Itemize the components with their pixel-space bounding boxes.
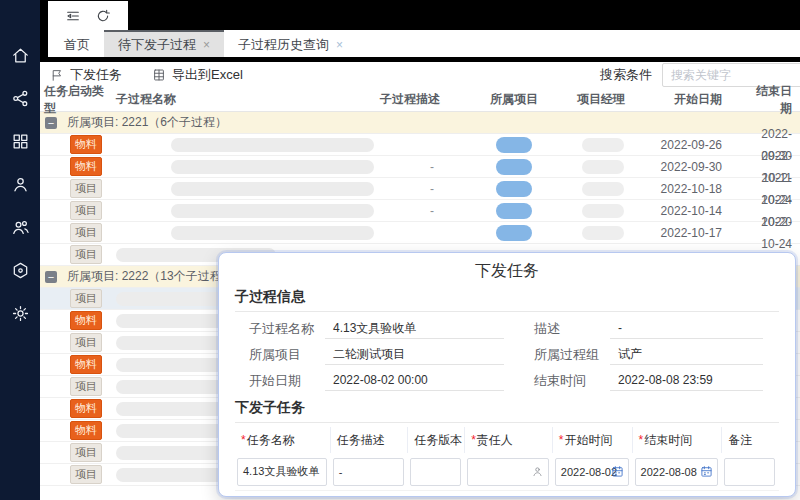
subtask-column-label: 备注 [728, 432, 752, 449]
field-label: 所属项目 [249, 346, 325, 364]
export-excel-button[interactable]: 导出到Excel [152, 66, 243, 84]
input-value: 4.13文具验收单 [243, 464, 319, 479]
users-icon[interactable] [11, 218, 30, 237]
redacted-manager-pill [582, 226, 624, 240]
field-value[interactable]: 试产 [610, 345, 763, 365]
user-icon[interactable] [11, 175, 30, 194]
subtask-cell [722, 453, 779, 490]
manager-cell [572, 200, 658, 221]
remark-input[interactable] [724, 458, 775, 486]
group-row[interactable]: −所属项目: 2221（6个子过程） [40, 112, 800, 134]
owner-input[interactable] [467, 458, 549, 486]
search-label: 搜索条件 [600, 66, 652, 84]
start-date-cell: 2022-10-18 [658, 178, 746, 200]
form-field: 所属过程组试产 [520, 342, 779, 368]
excel-icon [152, 68, 166, 82]
table-row[interactable]: 物料2022-09-262022-09-30 [40, 134, 800, 156]
column-header: 子过程名称 [112, 91, 374, 108]
field-label: 描述 [534, 320, 610, 338]
field-value[interactable]: 2022-08-02 00:00 [325, 371, 504, 391]
form-field: 子过程名称4.13文具验收单 [235, 316, 520, 342]
field-label: 结束时间 [534, 372, 610, 390]
start-time-input[interactable]: 2022-08-02 [555, 458, 629, 486]
manager-cell [572, 222, 658, 243]
subtask-column-header: *结束时间 [633, 427, 723, 453]
manager-cell [572, 134, 658, 155]
task-type-badge: 物料 [70, 311, 102, 330]
field-value[interactable]: - [610, 319, 763, 339]
collapse-minus-icon[interactable]: − [45, 271, 57, 283]
task-type-badge: 项目 [70, 443, 102, 462]
field-value[interactable]: 4.13文具验收单 [325, 319, 504, 339]
form-field: 结束时间2022-08-08 23:59 [520, 368, 779, 394]
gear-icon[interactable] [11, 304, 30, 323]
table-row[interactable]: 项目2022-10-172022-10-24 [40, 222, 800, 244]
field-value[interactable]: 二轮测试项目 [325, 345, 504, 365]
subtask-column-header: *开始时间 [553, 427, 633, 453]
close-icon[interactable]: × [203, 39, 210, 51]
input-value: - [339, 466, 343, 478]
start-date-cell: 2022-09-26 [658, 134, 746, 156]
subprocess-info-section-title: 子过程信息 [235, 285, 779, 312]
end-date-cell: 2022-10-24 [746, 211, 800, 255]
task-name-input[interactable]: 4.13文具验收单 [237, 458, 327, 486]
form-field: 开始日期2022-08-02 00:00 [235, 368, 520, 394]
subtask-column-header: *责任人 [465, 427, 553, 453]
subprocess-name-cell [112, 156, 374, 177]
task-type-cell: 项目 [40, 244, 112, 265]
task-type-cell: 项目 [40, 464, 112, 485]
apps-grid-icon[interactable] [11, 132, 30, 151]
sidebar [0, 0, 40, 500]
column-header: 任务启动类型 [40, 83, 112, 117]
redacted-manager-pill [582, 160, 624, 174]
table-row[interactable]: 项目-2022-10-142022-10-20 [40, 200, 800, 222]
task-type-cell: 项目 [40, 442, 112, 463]
collapse-minus-icon[interactable]: − [45, 117, 57, 129]
field-label: 开始日期 [249, 372, 325, 390]
column-header: 开始日期 [658, 91, 746, 108]
person-icon[interactable] [531, 465, 544, 478]
task-version-input[interactable] [410, 458, 461, 486]
project-cell [484, 134, 572, 155]
issue-task-modal: 下发任务 子过程信息 子过程名称4.13文具验收单描述-所属项目二轮测试项目所属… [218, 252, 796, 497]
task-type-badge: 项目 [70, 377, 102, 396]
issue-task-button[interactable]: 下发任务 [50, 66, 122, 84]
required-asterisk: * [471, 433, 476, 447]
calendar-icon[interactable] [611, 465, 624, 478]
hexagon-target-icon[interactable] [11, 261, 30, 280]
task-type-badge: 项目 [70, 245, 102, 264]
end-time-input[interactable]: 2022-08-08 [635, 458, 719, 486]
subprocess-name-cell [112, 178, 374, 199]
close-icon[interactable]: × [336, 39, 343, 51]
table-row[interactable]: 项目-2022-10-182022-10-24 [40, 178, 800, 200]
table-row[interactable]: 物料-2022-09-302022-10-11 [40, 156, 800, 178]
input-value: 2022-08-08 [641, 466, 697, 478]
subtask-column-label: 结束时间 [644, 432, 692, 449]
subprocess-desc-cell: - [374, 178, 484, 199]
subtask-column-header: 任务版本 [408, 427, 465, 453]
task-type-badge: 项目 [70, 465, 102, 484]
tab-home[interactable]: 首页 [50, 30, 104, 57]
task-type-cell: 物料 [40, 354, 112, 375]
tab-pending-subprocess[interactable]: 待下发子过程× [104, 30, 224, 57]
task-type-cell: 项目 [40, 178, 112, 199]
subprocess-name-cell [112, 200, 374, 221]
home-icon[interactable] [11, 46, 30, 65]
subtask-column-label: 责任人 [477, 432, 513, 449]
share-icon[interactable] [11, 89, 30, 108]
task-type-badge: 项目 [70, 289, 102, 308]
task-type-badge: 物料 [70, 421, 102, 440]
redacted-project-pill [496, 203, 532, 219]
tab-subprocess-history[interactable]: 子过程历史查询× [224, 30, 357, 57]
desc-text: - [380, 204, 484, 218]
task-desc-input[interactable]: - [333, 458, 405, 486]
refresh-icon[interactable] [95, 8, 111, 24]
field-value[interactable]: 2022-08-08 23:59 [610, 371, 763, 391]
start-date-cell: 2022-10-14 [658, 200, 746, 222]
calendar-icon[interactable] [700, 465, 713, 478]
input-value: 2022-08-02 [561, 466, 617, 478]
task-type-cell: 物料 [40, 420, 112, 441]
subprocess-desc-cell: - [374, 200, 484, 221]
menu-fold-icon[interactable] [65, 8, 81, 24]
required-asterisk: * [241, 433, 246, 447]
